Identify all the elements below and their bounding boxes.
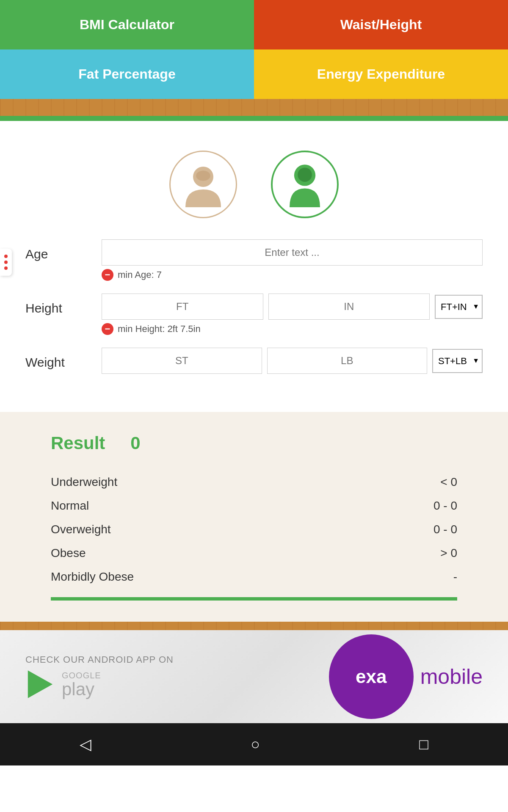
result-table: Underweight < 0 Normal 0 - 0 Overweight … (51, 470, 457, 589)
age-label: Age (25, 239, 93, 261)
google-play-icon (25, 669, 55, 699)
energy-expenditure-button[interactable]: Energy Expenditure (254, 49, 508, 99)
age-row: Age − min Age: 7 (25, 239, 483, 281)
height-hint-text: min Height: 2ft 7.5in (118, 324, 201, 335)
morbidly-obese-value: - (453, 570, 457, 584)
play-text: play (62, 680, 101, 698)
back-button[interactable]: ◁ (80, 735, 91, 753)
weight-lb-input[interactable] (267, 348, 428, 374)
normal-value: 0 - 0 (433, 499, 457, 513)
wood-spacer (0, 99, 508, 116)
home-button[interactable]: ○ (251, 735, 260, 753)
obese-label: Obese (51, 546, 86, 560)
height-unit-wrapper: FT+IN CM (435, 295, 483, 319)
exa-mobile-logo: exa mobile (329, 634, 483, 719)
overweight-value: 0 - 0 (433, 523, 457, 536)
wood-spacer-bottom (0, 622, 508, 630)
result-section: Result 0 Underweight < 0 Normal 0 - 0 Ov… (0, 412, 508, 622)
result-morbidly-obese-row: Morbidly Obese - (51, 565, 457, 589)
bmi-calculator-button[interactable]: BMI Calculator (0, 0, 254, 49)
result-normal-row: Normal 0 - 0 (51, 494, 457, 518)
google-play-text-wrapper: Google play (62, 671, 101, 698)
fat-percentage-button[interactable]: Fat Percentage (0, 49, 254, 99)
result-header: Result 0 (51, 433, 457, 453)
result-underweight-row: Underweight < 0 (51, 470, 457, 494)
weight-unit-select[interactable]: ST+LB KG (432, 349, 483, 373)
age-hint: − min Age: 7 (102, 269, 483, 281)
ad-left-content: CHECK OUR ANDROID APP ON Google play (25, 654, 174, 699)
mobile-word: mobile (420, 664, 483, 689)
weight-label: Weight (25, 348, 93, 370)
dot-3 (4, 266, 8, 270)
age-inputs: − min Age: 7 (102, 239, 483, 281)
normal-label: Normal (51, 499, 89, 513)
weight-row: Weight ST+LB KG (25, 348, 483, 374)
svg-point-3 (298, 167, 312, 182)
result-value: 0 (130, 433, 140, 453)
gender-selector (25, 138, 483, 239)
height-label: Height (25, 294, 93, 315)
weight-inputs: ST+LB KG (102, 348, 483, 374)
nav-bar: ◁ ○ □ (0, 723, 508, 765)
bottom-green-bar (51, 597, 457, 601)
height-row: Height FT+IN CM − min Height: 2ft 7.5in (25, 294, 483, 335)
dot-2 (4, 261, 8, 264)
google-play-area: Google play (25, 669, 174, 699)
weight-st-input[interactable] (102, 348, 262, 374)
female-avatar[interactable] (169, 151, 237, 218)
svg-marker-4 (28, 670, 52, 698)
age-input[interactable] (102, 239, 483, 266)
height-error-icon: − (102, 323, 113, 335)
exa-circle-text: exa (356, 666, 387, 687)
male-avatar[interactable] (271, 151, 339, 218)
height-inputs: FT+IN CM − min Height: 2ft 7.5in (102, 294, 483, 335)
obese-value: > 0 (440, 546, 457, 560)
underweight-label: Underweight (51, 475, 117, 489)
ad-check-text: CHECK OUR ANDROID APP ON (25, 654, 174, 665)
male-icon (279, 159, 330, 210)
result-label: Result (51, 433, 105, 453)
top-green-bar (0, 116, 508, 121)
female-icon (178, 159, 229, 210)
age-error-icon: − (102, 269, 113, 281)
height-unit-select[interactable]: FT+IN CM (435, 295, 483, 319)
svg-point-1 (196, 171, 210, 181)
result-obese-row: Obese > 0 (51, 541, 457, 565)
height-in-input[interactable] (268, 294, 430, 320)
morbidly-obese-label: Morbidly Obese (51, 570, 134, 584)
overweight-label: Overweight (51, 523, 111, 536)
result-overweight-row: Overweight 0 - 0 (51, 518, 457, 541)
dot-1 (4, 255, 8, 258)
underweight-value: < 0 (440, 475, 457, 489)
height-ft-input[interactable] (102, 294, 263, 320)
height-hint: − min Height: 2ft 7.5in (102, 323, 483, 335)
recent-button[interactable]: □ (419, 735, 428, 753)
ad-banner[interactable]: CHECK OUR ANDROID APP ON Google play exa… (0, 630, 508, 723)
weight-unit-wrapper: ST+LB KG (432, 349, 483, 373)
ad-right-content: exa mobile (329, 634, 483, 719)
exa-circle: exa (329, 634, 414, 719)
three-dots-menu[interactable] (0, 249, 12, 276)
waist-height-button[interactable]: Waist/Height (254, 0, 508, 49)
age-hint-text: min Age: 7 (118, 269, 162, 280)
main-content: Age − min Age: 7 Height (0, 121, 508, 403)
